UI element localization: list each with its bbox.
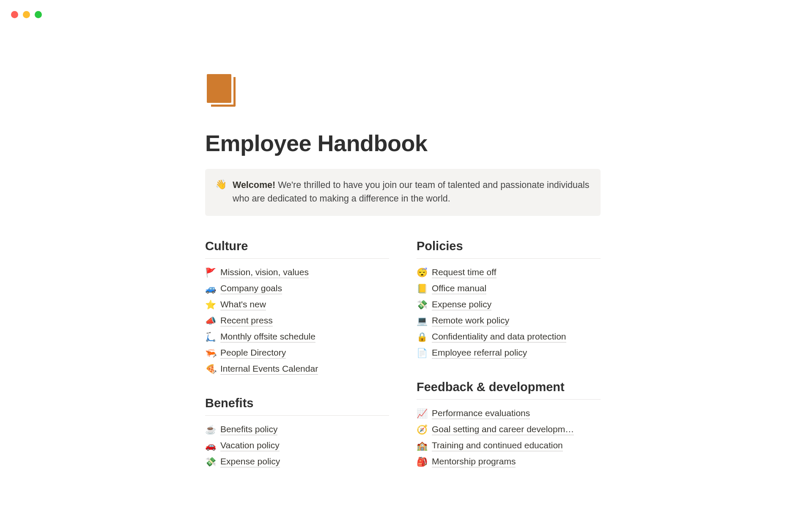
link-benefits-policy[interactable]: ☕Benefits policy	[205, 422, 389, 438]
section-policies: Policies😴Request time off📒Office manual💸…	[417, 239, 601, 361]
link-request-time-off[interactable]: 😴Request time off	[417, 265, 601, 281]
item-icon: 😴	[417, 268, 427, 277]
link-recent-press[interactable]: 📣Recent press	[205, 313, 389, 329]
link-confidentiality-and-data-protection[interactable]: 🔒Confidentiality and data protection	[417, 329, 601, 345]
item-label: Vacation policy	[220, 440, 280, 451]
callout-text: Welcome! We're thrilled to have you join…	[233, 178, 590, 206]
item-label: Monthly offsite schedule	[220, 331, 315, 342]
item-icon: 💸	[205, 457, 215, 466]
item-icon: 🚗	[205, 441, 215, 450]
item-icon: 📈	[417, 409, 427, 418]
link-arrow-icon: ↗	[212, 369, 217, 375]
item-label: People Directory	[220, 348, 286, 359]
item-label: Performance evaluations	[432, 408, 530, 419]
section-heading: Culture	[205, 239, 389, 259]
link-performance-evaluations[interactable]: 📈Performance evaluations	[417, 406, 601, 422]
link-monthly-offsite-schedule[interactable]: 🛴Monthly offsite schedule	[205, 329, 389, 345]
item-icon: 🎒	[417, 457, 427, 466]
item-icon: 📄	[417, 348, 427, 357]
item-icon: 🏫	[417, 441, 427, 450]
section-heading: Benefits	[205, 396, 389, 416]
item-label: Expense policy	[220, 456, 280, 467]
section-culture: Culture🚩Mission, vision, values🚙Company …	[205, 239, 389, 377]
maximize-window-dot[interactable]	[35, 11, 42, 18]
item-label: Request time off	[432, 267, 497, 278]
item-icon: 🚩	[205, 268, 215, 277]
link-arrow-icon: ↗	[212, 353, 217, 359]
item-icon: ☕	[205, 425, 215, 434]
right-column: Policies😴Request time off📒Office manual💸…	[417, 239, 601, 489]
section-feedback-development: Feedback & development📈Performance evalu…	[417, 380, 601, 470]
item-icon: 🛴	[205, 332, 215, 341]
item-label: Recent press	[220, 315, 273, 326]
item-label: Goal setting and career developm…	[432, 424, 574, 435]
item-label: Confidentiality and data protection	[432, 331, 566, 342]
item-label: Internal Events Calendar	[220, 364, 318, 375]
window-traffic-lights	[11, 11, 42, 18]
section-heading: Feedback & development	[417, 380, 601, 400]
link-expense-policy[interactable]: 💸Expense policy	[205, 454, 389, 470]
left-column: Culture🚩Mission, vision, values🚙Company …	[205, 239, 389, 489]
page-icon-book[interactable]	[207, 74, 236, 107]
welcome-callout: 👋 Welcome! We're thrilled to have you jo…	[205, 169, 601, 216]
item-label: Office manual	[432, 283, 486, 294]
item-icon: 💻	[417, 316, 427, 325]
page-title: Employee Handbook	[205, 130, 601, 156]
link-what-s-new[interactable]: ⭐What's new	[205, 297, 389, 313]
link-mission-vision-values[interactable]: 🚩Mission, vision, values	[205, 265, 389, 281]
item-icon: ⭐	[205, 300, 215, 309]
item-icon: 🦐↗	[205, 348, 215, 357]
link-mentorship-programs[interactable]: 🎒Mentorship programs	[417, 454, 601, 470]
link-internal-events-calendar[interactable]: 🍕↗Internal Events Calendar	[205, 361, 389, 377]
item-label: Expense policy	[432, 299, 491, 310]
item-icon: 🔒	[417, 332, 427, 341]
item-label: Training and continued education	[432, 440, 563, 451]
link-office-manual[interactable]: 📒Office manual	[417, 281, 601, 297]
item-icon: 📒	[417, 284, 427, 293]
item-label: Benefits policy	[220, 424, 277, 435]
section-benefits: Benefits☕Benefits policy🚗Vacation policy…	[205, 396, 389, 470]
link-goal-setting-and-career-developm[interactable]: 🧭Goal setting and career developm…	[417, 422, 601, 438]
page-content: Employee Handbook 👋 Welcome! We're thril…	[205, 74, 601, 489]
item-label: Mission, vision, values	[220, 267, 309, 278]
link-people-directory[interactable]: 🦐↗People Directory	[205, 345, 389, 361]
link-vacation-policy[interactable]: 🚗Vacation policy	[205, 438, 389, 454]
item-icon: 🧭	[417, 425, 427, 434]
item-label: Employee referral policy	[432, 348, 527, 359]
item-icon: 🚙	[205, 284, 215, 293]
item-icon: 📣	[205, 316, 215, 325]
wave-icon: 👋	[215, 178, 227, 206]
item-icon: 💸	[417, 300, 427, 309]
link-employee-referral-policy[interactable]: 📄Employee referral policy	[417, 345, 601, 361]
item-label: What's new	[220, 299, 266, 310]
link-company-goals[interactable]: 🚙Company goals	[205, 281, 389, 297]
link-expense-policy[interactable]: 💸Expense policy	[417, 297, 601, 313]
link-remote-work-policy[interactable]: 💻Remote work policy	[417, 313, 601, 329]
item-label: Mentorship programs	[432, 456, 516, 467]
close-window-dot[interactable]	[11, 11, 18, 18]
item-label: Company goals	[220, 283, 282, 294]
item-label: Remote work policy	[432, 315, 509, 326]
minimize-window-dot[interactable]	[23, 11, 30, 18]
link-training-and-continued-education[interactable]: 🏫Training and continued education	[417, 438, 601, 454]
item-icon: 🍕↗	[205, 364, 215, 373]
section-heading: Policies	[417, 239, 601, 259]
